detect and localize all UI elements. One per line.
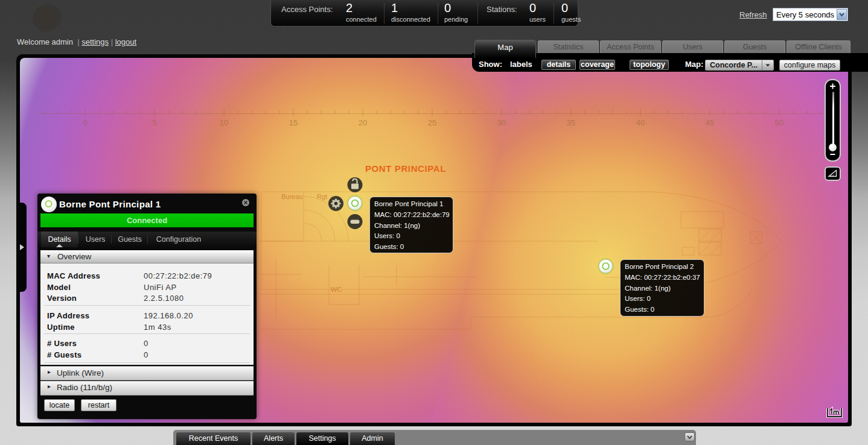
svg-text:10: 10	[220, 118, 228, 127]
svg-text:WC: WC	[331, 286, 342, 293]
svg-text:40: 40	[636, 118, 645, 127]
svg-text:Bureau: Bureau	[281, 193, 302, 200]
svg-text:45: 45	[706, 118, 714, 127]
svg-text:5: 5	[152, 118, 156, 127]
svg-text:30: 30	[497, 118, 506, 127]
svg-text:50: 50	[775, 118, 783, 127]
svg-text:25: 25	[428, 118, 436, 127]
svg-text:0: 0	[83, 118, 87, 127]
svg-text:15: 15	[289, 118, 298, 127]
svg-text:20: 20	[359, 118, 367, 127]
svg-text:35: 35	[567, 118, 575, 127]
